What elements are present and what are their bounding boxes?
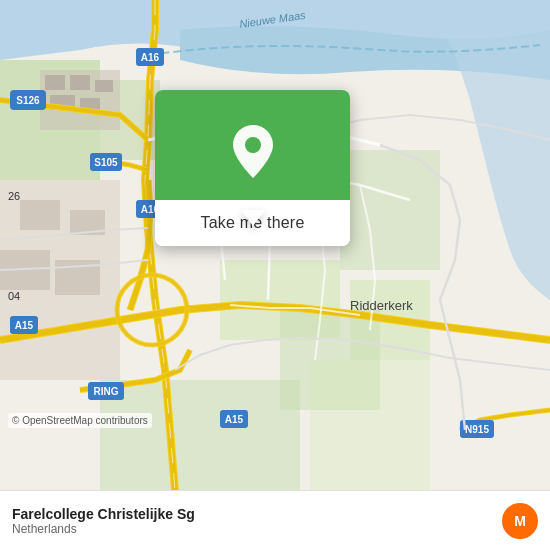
moovit-icon: M — [502, 503, 538, 539]
svg-text:N915: N915 — [465, 424, 489, 435]
svg-rect-11 — [20, 200, 60, 230]
svg-point-43 — [245, 137, 261, 153]
svg-text:S105: S105 — [94, 157, 118, 168]
svg-rect-9 — [310, 360, 430, 490]
location-country: Netherlands — [12, 522, 195, 536]
copyright-text: © OpenStreetMap contributors — [8, 413, 152, 428]
svg-text:Ridderkerk: Ridderkerk — [350, 298, 413, 313]
svg-rect-8 — [100, 380, 300, 490]
popup-green-area — [155, 90, 350, 200]
location-name: Farelcollege Christelijke Sg — [12, 506, 195, 522]
svg-rect-16 — [45, 75, 65, 90]
footer-location-info: Farelcollege Christelijke Sg Netherlands — [12, 506, 195, 536]
svg-text:S126: S126 — [16, 95, 40, 106]
footer-bar: Farelcollege Christelijke Sg Netherlands… — [0, 490, 550, 550]
svg-rect-18 — [95, 80, 113, 92]
popup-tail — [241, 210, 265, 226]
location-pin-icon — [228, 120, 278, 180]
moovit-logo: M — [502, 503, 538, 539]
svg-text:RING: RING — [94, 386, 119, 397]
map-container: S126 A16 A16 A15 A15 S105 RING N915 Nieu… — [0, 0, 550, 490]
svg-rect-5 — [340, 150, 440, 270]
svg-text:26: 26 — [8, 190, 20, 202]
svg-rect-17 — [70, 75, 90, 90]
svg-text:A16: A16 — [141, 52, 160, 63]
svg-text:04: 04 — [8, 290, 20, 302]
svg-text:A15: A15 — [15, 320, 34, 331]
svg-text:A15: A15 — [225, 414, 244, 425]
